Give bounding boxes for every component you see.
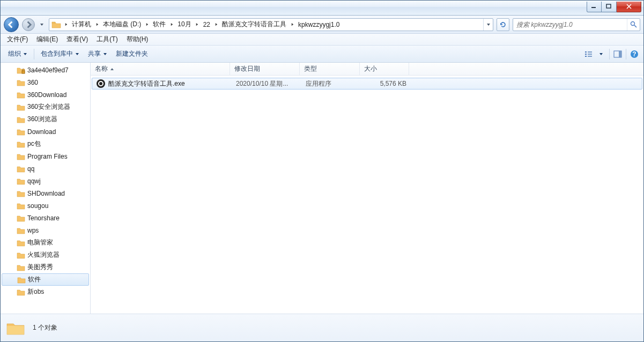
menu-tools[interactable]: 工具(T)	[92, 34, 122, 45]
svg-rect-10	[588, 56, 592, 57]
svg-line-4	[634, 25, 636, 27]
file-size: 5,576 KB	[361, 80, 411, 87]
tree-item[interactable]: Program Files	[1, 150, 90, 162]
tree-item[interactable]: qqwj	[1, 175, 90, 187]
menu-edit[interactable]: 编辑(E)	[32, 34, 62, 45]
tree-item[interactable]: wps	[1, 224, 90, 236]
svg-rect-7	[585, 56, 587, 57]
help-button[interactable]: ?	[628, 48, 640, 60]
chevron-right-icon[interactable]	[168, 19, 175, 31]
tree-item[interactable]: 360Download	[1, 88, 90, 101]
column-date[interactable]: 修改日期	[230, 63, 300, 75]
statusbar: 1 个对象	[1, 314, 643, 341]
tree-item[interactable]: sougou	[1, 199, 90, 212]
crumb-tool[interactable]: 酷派克文字转语音工具	[220, 19, 288, 31]
include-in-library-button[interactable]: 包含到库中	[36, 47, 84, 61]
folder-icon	[17, 103, 25, 111]
share-button[interactable]: 共享	[84, 47, 112, 61]
chevron-right-icon[interactable]	[93, 19, 101, 31]
tree-item-label: qqwj	[27, 177, 41, 185]
chevron-right-icon[interactable]	[143, 19, 151, 31]
main-area: 3a4e40ef9ed7360360Download360安全浏览器360浏览器…	[1, 63, 643, 314]
menu-help[interactable]: 帮助(H)	[122, 34, 153, 45]
exe-icon	[97, 79, 105, 88]
tree-item-label: 美图秀秀	[27, 263, 53, 272]
crumb-ruanjian[interactable]: 软件	[151, 19, 168, 31]
svg-rect-2	[52, 22, 55, 23]
file-date: 2020/10/10 星期...	[232, 79, 301, 88]
address-bar[interactable]: 计算机 本地磁盘 (D:) 软件 10月 22 酷派克文字转语音工具 kpkwz…	[49, 18, 493, 31]
tree-item[interactable]: 电脑管家	[1, 236, 90, 249]
organize-button[interactable]: 组织	[4, 47, 32, 61]
tree-item[interactable]: SHDownload	[1, 187, 90, 199]
forward-button[interactable]	[22, 18, 35, 31]
svg-rect-0	[591, 7, 596, 8]
search-box[interactable]	[513, 18, 640, 31]
close-button[interactable]	[617, 2, 641, 12]
crumb-22[interactable]: 22	[201, 19, 212, 31]
tree-item[interactable]: Download	[1, 125, 90, 138]
tree-item-label: 火狐浏览器	[27, 250, 60, 259]
tree-item-label: qq	[27, 165, 34, 173]
chevron-right-icon[interactable]	[194, 19, 201, 31]
preview-pane-button[interactable]	[612, 48, 624, 60]
tree-item[interactable]: 软件	[2, 273, 89, 286]
menu-file[interactable]: 文件(F)	[3, 34, 32, 45]
menu-view[interactable]: 查看(V)	[62, 34, 92, 45]
address-dropdown[interactable]	[483, 19, 493, 31]
tree-item[interactable]: 火狐浏览器	[1, 249, 90, 261]
tree-item[interactable]: qq	[1, 162, 90, 175]
chevron-right-icon[interactable]	[288, 19, 296, 31]
file-name: 酷派克文字转语音工具.exe	[108, 79, 185, 88]
tree-item-label: 360浏览器	[27, 115, 57, 124]
tree-item[interactable]: 新obs	[1, 286, 90, 298]
folder-icon	[17, 239, 25, 247]
folder-icon	[6, 319, 25, 337]
maximize-button[interactable]	[602, 2, 617, 12]
tree-item[interactable]: 360安全浏览器	[1, 101, 90, 113]
view-options-button[interactable]	[583, 48, 595, 60]
new-folder-button[interactable]: 新建文件夹	[112, 47, 152, 61]
tree-item[interactable]: 360浏览器	[1, 113, 90, 125]
svg-rect-6	[585, 54, 587, 55]
folder-icon	[17, 153, 25, 160]
tree-item-label: 360安全浏览器	[27, 102, 70, 111]
folder-icon	[17, 288, 25, 296]
tree-item[interactable]: 美图秀秀	[1, 261, 90, 273]
address-bar-row: 计算机 本地磁盘 (D:) 软件 10月 22 酷派克文字转语音工具 kpkwz…	[1, 16, 643, 34]
folder-tree[interactable]: 3a4e40ef9ed7360360Download360安全浏览器360浏览器…	[1, 63, 91, 314]
chevron-right-icon[interactable]	[212, 19, 220, 31]
crumb-computer[interactable]: 计算机	[70, 19, 93, 31]
tree-item[interactable]: 3a4e40ef9ed7	[1, 64, 90, 76]
minimize-button[interactable]	[587, 2, 602, 12]
svg-text:?: ?	[632, 50, 636, 58]
svg-rect-12	[619, 51, 621, 57]
column-size[interactable]: 大小	[360, 63, 409, 75]
tree-item[interactable]: Tenorshare	[1, 212, 90, 224]
search-input[interactable]	[513, 21, 627, 28]
search-icon[interactable]	[627, 19, 640, 31]
tree-item-label: 软件	[28, 275, 41, 284]
separator	[626, 49, 626, 60]
crumb-10yue[interactable]: 10月	[175, 19, 193, 31]
nav-history-dropdown[interactable]	[38, 18, 46, 32]
tree-item[interactable]: pc包	[1, 138, 90, 150]
tree-item-label: pc包	[27, 139, 41, 148]
crumb-drive[interactable]: 本地磁盘 (D:)	[101, 19, 143, 31]
refresh-button[interactable]	[497, 18, 509, 31]
tree-item-label: sougou	[27, 202, 48, 210]
column-name[interactable]: 名称	[91, 63, 230, 75]
view-dropdown[interactable]	[595, 48, 607, 60]
tree-item-label: Program Files	[27, 153, 68, 160]
back-button[interactable]	[4, 17, 19, 32]
folder-icon	[17, 190, 25, 197]
file-list[interactable]: 酷派克文字转语音工具.exe2020/10/10 星期...应用程序5,576 …	[91, 76, 643, 314]
crumb-current[interactable]: kpkwzzyygj1.0	[296, 19, 342, 31]
file-row[interactable]: 酷派克文字转语音工具.exe2020/10/10 星期...应用程序5,576 …	[92, 78, 642, 90]
titlebar	[1, 1, 643, 16]
column-type[interactable]: 类型	[300, 63, 360, 75]
folder-icon	[17, 177, 25, 185]
folder-icon	[17, 276, 26, 284]
chevron-right-icon[interactable]	[62, 19, 70, 31]
tree-item[interactable]: 360	[1, 76, 90, 88]
